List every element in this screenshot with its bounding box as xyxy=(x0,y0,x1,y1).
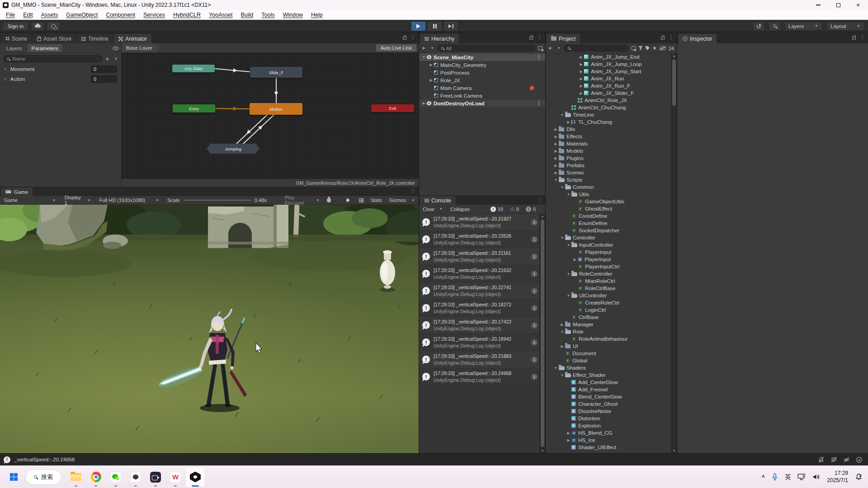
project-item-blend-centerglow[interactable]: Blend_CenterGlow xyxy=(546,393,671,400)
play-button[interactable] xyxy=(411,22,425,31)
menu-item-hybridclr[interactable]: HybridCLR xyxy=(169,11,205,19)
expand-arrow-icon[interactable]: ▶ xyxy=(578,84,584,88)
error-count-badge[interactable]: !0 xyxy=(522,205,539,213)
tab-inspector[interactable]: Inspector xyxy=(678,34,717,43)
console-log-row[interactable]: ![17:29:33] _verticalSpeed::-20.23526Uni… xyxy=(419,231,539,248)
expand-arrow-icon[interactable]: ▼ xyxy=(553,366,559,370)
project-item-socketdispatcher[interactable]: SocketDispatcher xyxy=(546,227,671,234)
global-search-button[interactable] xyxy=(769,22,780,31)
game-viewport[interactable] xyxy=(0,205,419,453)
state-node-exit[interactable]: Exit xyxy=(371,104,414,112)
close-button[interactable]: × xyxy=(848,0,868,10)
collab-button[interactable] xyxy=(47,22,60,31)
status-ok-icon[interactable] xyxy=(856,456,863,463)
kebab-menu-icon[interactable]: ⋮ xyxy=(536,100,541,106)
kebab-menu-icon[interactable]: ⋮ xyxy=(410,35,415,40)
project-item-scripts[interactable]: ▼Scripts xyxy=(546,176,671,183)
project-item-global[interactable]: Global xyxy=(546,357,671,364)
tab-parameters[interactable]: Parameters xyxy=(28,44,62,52)
expand-arrow-icon[interactable]: ▼ xyxy=(553,178,559,182)
add-parameter-button[interactable]: + xyxy=(105,56,109,62)
taskbar-clock[interactable]: 17:29 2025/7/1 xyxy=(827,470,848,484)
menu-item-tools[interactable]: Tools xyxy=(257,11,278,19)
project-item-anim-jx-jump-loop[interactable]: ▶Anim_JX_Jump_Loop xyxy=(546,61,671,68)
expand-arrow-icon[interactable]: ▶ xyxy=(566,431,571,435)
step-button[interactable] xyxy=(444,22,458,31)
expand-arrow-icon[interactable]: ▼ xyxy=(566,294,571,298)
warning-count-badge[interactable]: ⚠0 xyxy=(506,205,522,213)
kebab-menu-icon[interactable]: ⋮ xyxy=(537,197,542,202)
expand-arrow-icon[interactable]: ▶ xyxy=(553,164,559,168)
lock-icon[interactable] xyxy=(403,37,406,40)
project-item-utils[interactable]: ▼Utils xyxy=(546,191,671,198)
expand-arrow-icon[interactable]: ▶ xyxy=(566,438,571,442)
menu-item-assets[interactable]: Assets xyxy=(37,11,62,19)
project-item-rolecontroller[interactable]: ▼RoleController xyxy=(546,270,671,277)
taskbar-app-recorder[interactable] xyxy=(146,467,165,488)
project-item-playerinputctrl[interactable]: PlayerInputCtrl xyxy=(546,263,671,270)
stats-button[interactable]: Stats xyxy=(367,196,386,204)
microphone-icon[interactable] xyxy=(772,473,778,481)
scroll-down-icon[interactable]: ▼ xyxy=(671,448,677,453)
maximize-button[interactable] xyxy=(828,0,848,10)
expand-arrow-icon[interactable]: ▼ xyxy=(566,243,571,247)
menu-item-file[interactable]: File xyxy=(2,11,19,19)
expand-arrow-icon[interactable]: ▶ xyxy=(428,63,434,67)
expand-arrow-icon[interactable]: ▶ xyxy=(578,77,584,81)
favorites-icon[interactable]: ★ xyxy=(652,46,657,51)
display-dropdown[interactable]: Display 1▼ xyxy=(61,196,95,204)
hierarchy-item-freelook-camera[interactable]: FreeLook Camera xyxy=(419,92,545,99)
parameter-row-action[interactable]: ≡Action0 xyxy=(0,74,121,84)
hierarchy-item-role-jx[interactable]: ▶Role_JX xyxy=(419,76,545,84)
chevron-down-icon[interactable]: ▼ xyxy=(431,46,434,50)
tab-timeline[interactable]: Timeline xyxy=(77,34,113,43)
transition-anystate-slidef[interactable] xyxy=(215,69,251,72)
menu-item-edit[interactable]: Edit xyxy=(19,11,37,19)
project-item-anim-jx-run-f[interactable]: ▶Anim_JX_Run_F xyxy=(546,82,671,89)
mute-audio-button[interactable] xyxy=(343,196,355,204)
tab-hierarchy[interactable]: Hierarchy xyxy=(420,34,459,43)
expand-arrow-icon[interactable]: ▶ xyxy=(559,344,565,348)
transition-entry-motion[interactable] xyxy=(215,108,250,109)
expand-arrow-icon[interactable]: ▼ xyxy=(566,192,571,197)
info-count-badge[interactable]: !10 xyxy=(487,205,506,213)
layout-dropdown[interactable]: Layout▼ xyxy=(826,22,864,31)
hierarchy-item-dontdestroyonload[interactable]: ▶DontDestroyOnLoad⋮ xyxy=(419,99,545,107)
project-item-dlls[interactable]: ▶Dlls xyxy=(546,126,671,133)
chevron-down-icon[interactable]: ▼ xyxy=(557,46,561,50)
taskbar-app-unity-hub[interactable] xyxy=(126,467,146,488)
kebab-menu-icon[interactable]: ⋮ xyxy=(860,35,865,40)
console-log-row[interactable]: ![17:29:33] _verticalSpeed::-20.21927Uni… xyxy=(419,214,539,231)
project-item-models[interactable]: ▶Models xyxy=(546,147,671,155)
tab-layers[interactable]: Layers xyxy=(2,44,26,52)
network-display-icon[interactable] xyxy=(797,474,806,480)
picker-icon[interactable] xyxy=(632,46,636,50)
project-item-character-ghost[interactable]: Character_Ghost xyxy=(546,400,671,408)
console-log-row[interactable]: ![17:29:33] _verticalSpeed::-20.21883Uni… xyxy=(419,351,539,368)
transition-jumping-motion[interactable] xyxy=(242,115,274,145)
state-node-jumping[interactable]: Jumping xyxy=(207,144,259,154)
auto-live-link-button[interactable]: Auto Live Link xyxy=(376,44,416,52)
project-item-anim-jx-slider-f[interactable]: ▶Anim_JX_Slider_F xyxy=(546,89,671,97)
project-item-dissolvenoise[interactable]: DissolveNoise xyxy=(546,408,671,415)
project-item-prefabs[interactable]: ▶Prefabs xyxy=(546,162,671,169)
state-node-entry[interactable]: Entry xyxy=(173,104,215,113)
drag-handle-icon[interactable]: ≡ xyxy=(4,66,7,71)
expand-arrow-icon[interactable]: ▶ xyxy=(566,120,571,124)
project-item-shader-uieffect[interactable]: Shader_UIEffect xyxy=(546,444,671,451)
console-scrollbar[interactable]: ▲ ▼ xyxy=(539,214,545,453)
expand-arrow-icon[interactable]: ▶ xyxy=(578,55,584,59)
expand-arrow-icon[interactable]: ▼ xyxy=(421,55,427,59)
expand-arrow-icon[interactable]: ▶ xyxy=(553,149,559,153)
state-node-any-state[interactable]: Any State xyxy=(172,65,215,72)
project-item-plugins[interactable]: ▶Plugins xyxy=(546,155,671,162)
taskbar-app-wps[interactable] xyxy=(165,467,185,488)
console-log-row[interactable]: ![17:29:33] _verticalSpeed::-20.21632Uni… xyxy=(419,265,539,282)
start-button[interactable] xyxy=(5,468,23,486)
undo-history-button[interactable]: ↺ xyxy=(753,22,764,31)
menu-item-gameobject[interactable]: GameObject xyxy=(62,11,102,19)
layers-dropdown[interactable]: Layers▼ xyxy=(784,22,822,31)
project-item-timeline[interactable]: ▼TimeLine xyxy=(546,111,671,118)
filter-by-label-icon[interactable] xyxy=(646,46,650,50)
state-node-slide-f[interactable]: Slide_F xyxy=(250,67,302,78)
